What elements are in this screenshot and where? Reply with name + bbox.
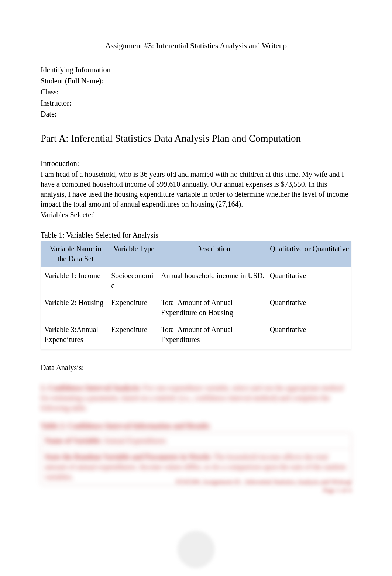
cell-variable-name: Variable 1: Income [41,269,109,296]
cell-qual-quant: Quantitative [268,323,351,349]
watermark-badge [178,532,214,567]
cell-description: Total Amount of Annual Expenditures [159,323,268,349]
cell-variable-name: Variable 3:Annual Expenditures [41,323,109,349]
col-header-variable-type: Variable Type [109,241,159,269]
table2-rv-label: State the Random Variable and Parameter … [45,453,212,461]
cell-variable-type: Socioeconomic [109,269,159,296]
data-analysis-label: Data Analysis: [41,363,351,373]
class-label: Class: [41,87,351,97]
cell-variable-type: Expenditure [109,296,159,323]
table2-caption: Table 2: Confidence Interval Information… [41,421,351,431]
introduction-label: Introduction: [41,159,351,169]
cell-qual-quant: Quantitative [268,269,351,296]
cell-description: Annual household income in USD. [159,269,268,296]
student-name-label: Student (Full Name): [41,76,351,86]
table2-name-value: Annual Expenditures [103,437,166,445]
table2-row-name: Name of Variable: Annual Expenditures [41,433,351,449]
identifying-info-heading: Identifying Information [41,65,351,75]
table-row: Variable 1: Income Socioeconomic Annual … [41,269,351,296]
footer-line: STAT200: Assignment #3 - Inferential Sta… [176,478,351,486]
obscured-content: 1. Confidence Interval Analysis: For one… [41,383,351,485]
document-page: Assignment #3: Inferential Statistics An… [0,0,392,576]
footer-page: Page 1 of 4 [176,486,351,495]
variables-selected-label: Variables Selected: [41,210,351,220]
table-header-row: Variable Name in the Data Set Variable T… [41,241,351,269]
ci-analysis-line: 1. Confidence Interval Analysis: For one… [41,383,351,413]
variables-table: Variable Name in the Data Set Variable T… [41,241,351,349]
col-header-qual-quant: Qualitative or Quantitative [268,241,351,269]
table-row: Variable 2: Housing Expenditure Total Am… [41,296,351,323]
date-label: Date: [41,109,351,119]
instructor-label: Instructor: [41,98,351,108]
table2-name-label: Name of Variable: [45,437,102,445]
table1-caption: Table 1: Variables Selected for Analysis [41,230,351,240]
table-row: Variable 3:Annual Expenditures Expenditu… [41,323,351,349]
part-a-heading: Part A: Inferential Statistics Data Anal… [41,132,351,145]
ci-results-table: Name of Variable: Annual Expenditures St… [41,432,351,485]
col-header-variable-name: Variable Name in the Data Set [41,241,109,269]
cell-variable-name: Variable 2: Housing [41,296,109,323]
cell-description: Total Amount of Annual Expenditure on Ho… [159,296,268,323]
page-footer: STAT200: Assignment #3 - Inferential Sta… [176,478,351,495]
cell-variable-type: Expenditure [109,323,159,349]
ci-analysis-bold: 1. Confidence Interval Analysis: [41,384,141,392]
cell-qual-quant: Quantitative [268,296,351,323]
page-title: Assignment #3: Inferential Statistics An… [41,41,351,51]
introduction-text: I am head of a household, who is 36 year… [41,169,351,209]
col-header-description: Description [159,241,268,269]
identifying-information-block: Identifying Information Student (Full Na… [41,65,351,119]
